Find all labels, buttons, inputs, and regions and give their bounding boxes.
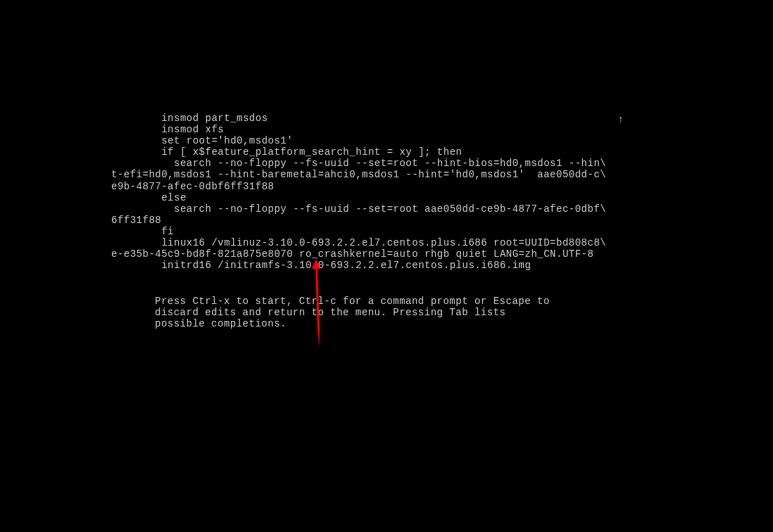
scroll-up-indicator: ↑ — [618, 114, 624, 125]
grub-editor-content[interactable]: insmod part_msdos insmod xfs set root='h… — [111, 113, 606, 271]
grub-help-text: Press Ctrl-x to start, Ctrl-c for a comm… — [155, 296, 550, 329]
